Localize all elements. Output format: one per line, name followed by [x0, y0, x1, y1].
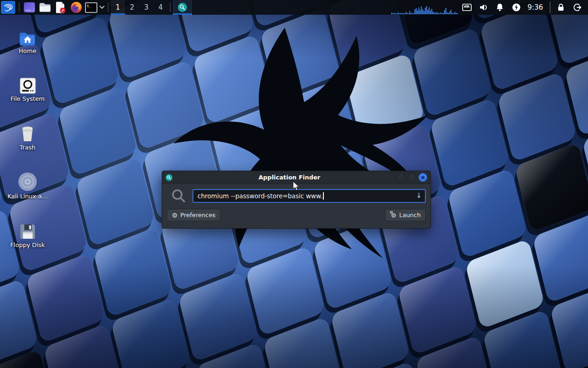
lock-icon — [556, 3, 565, 12]
search-input[interactable]: chromium --password-store=basic www. ↓ — [192, 189, 426, 203]
desktop-icon-label: Home — [4, 48, 51, 55]
workspace-switcher: 1 2 3 4 — [111, 0, 168, 15]
desktop-icon-floppy[interactable]: Floppy Disk — [4, 220, 51, 249]
desktop-screen: $_ 1 2 3 4 — [0, 0, 588, 368]
logout-button[interactable] — [569, 0, 586, 15]
firefox-icon — [70, 1, 82, 13]
close-button[interactable]: × — [418, 173, 427, 182]
top-panel: $_ 1 2 3 4 — [0, 0, 588, 15]
gear-icon: ⚙ — [172, 212, 178, 218]
titlebar[interactable]: Application Finder × — [162, 171, 430, 184]
power-icon — [512, 3, 521, 12]
panel-separator — [550, 1, 550, 13]
purple-window-icon — [23, 2, 35, 13]
search-icon — [171, 188, 187, 204]
desktop-icon-label: Trash — [4, 144, 51, 151]
launcher-terminal[interactable]: $_ — [84, 0, 98, 15]
workspace-1[interactable]: 1 — [111, 0, 125, 15]
close-icon: × — [420, 174, 425, 180]
trash-icon — [19, 125, 36, 143]
document-edit-icon — [55, 1, 66, 13]
desktop-icon-kali-cd[interactable]: Kali Linux a… — [4, 171, 51, 200]
launcher-purple-window-app[interactable] — [22, 0, 37, 15]
dropdown-arrow-icon[interactable]: ↓ — [416, 191, 422, 200]
text-caret — [323, 192, 324, 200]
launch-icon: ⚙⚙ — [390, 212, 396, 218]
maximize-button[interactable] — [407, 173, 416, 182]
logout-icon — [573, 3, 582, 12]
terminal-icon: $_ — [85, 2, 97, 13]
panel-separator — [19, 3, 19, 12]
volume-tray-button[interactable] — [475, 0, 492, 15]
launcher-dropdown-chevron[interactable] — [98, 0, 106, 15]
appfinder-icon — [177, 2, 187, 12]
lock-screen-button[interactable] — [553, 0, 569, 15]
desktop-icon-home[interactable]: Home — [4, 26, 51, 55]
workspace-2[interactable]: 2 — [125, 0, 139, 15]
workspace-3[interactable]: 3 — [139, 0, 153, 15]
search-input-value: chromium --password-store=basic www. — [198, 192, 322, 200]
network-icon — [462, 3, 472, 12]
desktop-icon-label: Floppy Disk — [4, 242, 51, 249]
notifications-tray-button[interactable] — [492, 0, 508, 15]
panel-separator — [170, 3, 170, 12]
floppy-icon — [19, 223, 36, 240]
desktop-icon-file-system[interactable]: File System — [4, 74, 51, 103]
kali-menu-button[interactable] — [1, 1, 15, 14]
panel-right-section: 9:36 — [390, 0, 588, 15]
desktop-icon-label: File System — [4, 96, 51, 103]
workspace-4[interactable]: 4 — [153, 0, 168, 15]
preferences-button[interactable]: ⚙ Preferences — [167, 209, 220, 221]
kali-logo-icon — [3, 2, 13, 12]
network-tray-button[interactable] — [458, 0, 475, 15]
clock[interactable]: 9:36 — [525, 3, 548, 12]
volume-icon — [479, 3, 488, 12]
chevron-down-icon — [99, 6, 105, 9]
panel-separator — [108, 3, 108, 12]
cd-disc-icon — [18, 172, 37, 191]
terminal-prompt-glyph: $_ — [87, 4, 91, 7]
minimize-button[interactable] — [396, 173, 405, 182]
home-folder-icon — [19, 31, 36, 46]
preferences-button-label: Preferences — [181, 212, 215, 218]
folder-icon — [39, 2, 51, 12]
cpu-graph[interactable] — [390, 0, 458, 15]
bell-icon — [495, 3, 504, 12]
desktop-icon-trash[interactable]: Trash — [4, 122, 51, 151]
launch-button[interactable]: ⚙⚙ Launch — [385, 209, 426, 221]
appfinder-titlebar-icon — [165, 174, 173, 181]
launcher-firefox[interactable] — [68, 0, 84, 15]
hard-drive-icon — [20, 78, 36, 94]
launcher-text-editor[interactable] — [53, 0, 68, 15]
taskbar-application-finder[interactable] — [173, 0, 192, 15]
launch-button-label: Launch — [399, 212, 421, 218]
application-finder-window: Application Finder × chromium --password… — [162, 171, 431, 229]
window-title: Application Finder — [199, 174, 380, 181]
power-manager-tray-button[interactable] — [508, 0, 525, 15]
launcher-file-manager[interactable] — [37, 0, 53, 15]
desktop-icon-label: Kali Linux a… — [4, 193, 51, 200]
